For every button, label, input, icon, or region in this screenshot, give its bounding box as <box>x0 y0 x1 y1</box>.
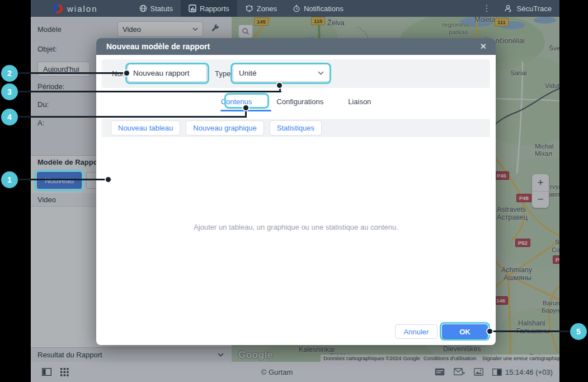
callout-badge-5: 5 <box>570 323 587 340</box>
top-navbar: wialon Statuts Rapports Zones Notificati… <box>31 0 559 17</box>
geofence-icon <box>245 4 253 12</box>
nav-item-label: Rapports <box>200 4 229 13</box>
wialon-logo-text: wialon <box>67 4 98 13</box>
chevron-down-icon <box>318 71 324 75</box>
nav-item-label: Notifications <box>304 4 344 13</box>
callout-margin-left <box>0 0 31 382</box>
callout-dot-3 <box>277 83 282 88</box>
callout-line-2 <box>18 72 127 74</box>
callout-dot-5 <box>487 329 492 334</box>
content-actions-band: Nouveau tableau Nouveau graphique Statis… <box>102 119 490 137</box>
callout-badge-2: 2 <box>1 65 18 82</box>
dialog-header: Nouveau modèle de rapport ✕ <box>96 38 496 55</box>
wialon-logo-icon <box>53 4 63 13</box>
close-icon[interactable]: ✕ <box>478 41 488 52</box>
tab-configurations[interactable]: Configurations <box>274 94 326 109</box>
tab-liaison[interactable]: Liaison <box>346 94 373 109</box>
new-report-template-dialog: Nouveau modèle de rapport ✕ Nom: Type: U… <box>96 38 496 345</box>
type-select[interactable]: Unité <box>233 64 330 82</box>
user-name: SécuTrace <box>517 4 552 13</box>
kebab-menu-icon[interactable]: ⋮ <box>481 3 493 13</box>
nav-item-label: Zones <box>257 4 277 13</box>
wialon-logo: wialon <box>53 4 98 13</box>
callout-line-3 <box>18 91 281 92</box>
name-input[interactable] <box>128 64 207 82</box>
nav-item-label: Statuts <box>150 4 173 13</box>
callout-badge-1: 1 <box>1 171 18 188</box>
callout-dot-4 <box>243 105 248 110</box>
callout-badge-3: 3 <box>1 83 18 100</box>
nav-item-notifications[interactable]: Notifications <box>285 0 351 17</box>
type-select-value: Unité <box>239 69 257 77</box>
alarm-clock-icon <box>293 4 300 12</box>
name-type-form-band: Nom: Type: Unité <box>102 59 490 88</box>
statistics-button[interactable]: Statistiques <box>270 120 322 136</box>
callout-line-1 <box>18 179 109 180</box>
empty-state-text: Ajouter un tableau, un graphique ou une … <box>96 223 496 231</box>
dialog-tabs: Contenus Configurations Liaison <box>96 94 496 109</box>
globe-icon <box>139 4 147 12</box>
nav-item-rapports[interactable]: Rapports <box>181 0 237 17</box>
dialog-title: Nouveau modèle de rapport <box>106 42 210 51</box>
user-menu[interactable]: SécuTrace <box>504 4 552 13</box>
nav-item-zones[interactable]: Zones <box>237 0 285 17</box>
cancel-button[interactable]: Annuler <box>395 324 438 339</box>
ok-button[interactable]: OK <box>442 324 488 339</box>
nav-item-statuts[interactable]: Statuts <box>131 0 181 17</box>
type-label: Type: <box>215 69 233 78</box>
callout-dot-2 <box>124 71 129 76</box>
callout-line-4 <box>18 116 247 118</box>
callout-badge-4: 4 <box>1 109 18 125</box>
dialog-footer: Annuler OK <box>395 324 488 339</box>
screen: wialon Statuts Rapports Zones Notificati… <box>0 0 588 382</box>
report-chart-icon <box>189 4 196 12</box>
new-chart-button[interactable]: Nouveau graphique <box>186 120 264 136</box>
user-icon <box>504 4 512 13</box>
new-table-button[interactable]: Nouveau tableau <box>111 120 180 136</box>
tab-contenus[interactable]: Contenus <box>219 94 255 109</box>
callout-line-5 <box>491 330 570 332</box>
callout-line-4-elbow <box>245 109 247 118</box>
callout-dot-1 <box>106 177 111 182</box>
